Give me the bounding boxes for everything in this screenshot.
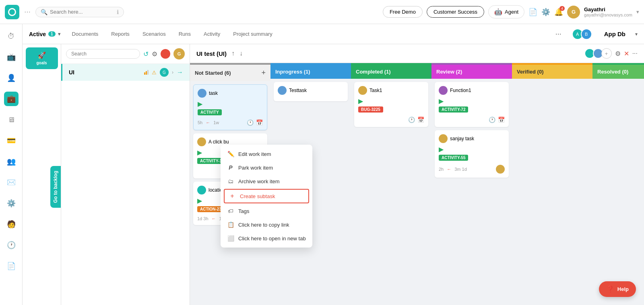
tag-icon: 🏷: [227, 208, 234, 214]
col-header-not-started: Not Started (6) +: [190, 63, 270, 81]
download-icon[interactable]: ↓: [239, 50, 243, 57]
notification-icon[interactable]: 🔔 4: [554, 8, 563, 16]
project-user-avatar: G: [160, 68, 169, 77]
goals-icon: 🚀: [38, 51, 46, 59]
board-filter-icon[interactable]: ⚙: [615, 50, 621, 57]
col-body-review: Function1 ▶ ACTIVITY-72 🕐 📅: [431, 79, 512, 305]
sub-nav: Active 1 ▾ Documents Reports Scenarios R…: [23, 24, 644, 44]
subnav-project-summary[interactable]: Project summary: [231, 31, 274, 37]
card-play-click-bu[interactable]: ▶: [197, 149, 202, 156]
card-title-task: task: [209, 90, 263, 96]
sidebar-icon-user[interactable]: 👤: [4, 71, 19, 85]
free-demo-button[interactable]: Free Demo: [383, 6, 423, 18]
work-card-task[interactable]: task ▶ ACTIVITY 5h ← 1w: [193, 84, 267, 130]
work-card-testtask[interactable]: Testtask: [274, 82, 348, 101]
subnav-more-icon[interactable]: ···: [555, 30, 561, 38]
agent-button[interactable]: 🤖 Agent: [488, 5, 524, 18]
card-play-function1[interactable]: ▶: [439, 98, 444, 104]
toolbar-icons: ↺ ⚙ G: [143, 48, 185, 59]
ctx-edit-work-item[interactable]: ✏️ Edit work item: [221, 147, 312, 161]
col-label-not-started: Not Started (6): [195, 70, 231, 76]
panel-goals-button[interactable]: 🚀 goals: [26, 47, 58, 69]
column-completed: Completed (1) Task1 ▶ BUG-3225: [351, 63, 431, 305]
ctx-copy-link[interactable]: 📋 Click here to copy link: [221, 218, 312, 231]
ctx-create-subtask[interactable]: + Create subtask: [224, 189, 309, 203]
card-play-location[interactable]: ▶: [197, 197, 202, 204]
card-title-task1: Task1: [369, 88, 424, 93]
board-avatars: +: [584, 48, 612, 59]
clock-icon: 🕐: [247, 119, 254, 126]
board-header: UI test (UI) ↑ ↓ + ⚙ ✕ ···: [190, 44, 644, 63]
work-card-task1[interactable]: Task1 ▶ BUG-3225 🕐 📅: [354, 82, 428, 127]
content-area: Active 1 ▾ Documents Reports Scenarios R…: [23, 24, 644, 305]
card-review-avatar: [496, 165, 505, 174]
sidebar-icon-docs[interactable]: 📄: [4, 259, 19, 273]
card-play-task[interactable]: ▶: [198, 100, 202, 107]
subnav-documents[interactable]: Documents: [70, 31, 100, 37]
upload-icon[interactable]: ↑: [231, 50, 235, 57]
sidebar-icon-settings[interactable]: ⚙️: [4, 196, 19, 211]
board-avatar-add[interactable]: +: [601, 48, 612, 59]
work-card-function1[interactable]: Function1 ▶ ACTIVITY-72 🕐 📅: [435, 82, 509, 127]
sidebar-icon-history[interactable]: 🕐: [4, 238, 19, 252]
info-icon[interactable]: ℹ: [117, 9, 119, 15]
card-badge-function1: ACTIVITY-72: [439, 105, 505, 114]
ctx-park-work-item[interactable]: P Park work item: [221, 161, 312, 174]
sidebar-icon-tv[interactable]: 📺: [4, 50, 19, 64]
sidebar-icon-desktop[interactable]: 🖥: [4, 113, 19, 127]
new-tab-icon: ⬜: [227, 235, 234, 242]
go-to-backlog-button[interactable]: Go to backlog: [50, 166, 61, 208]
sidebar-icon-clock[interactable]: ⏱: [4, 29, 19, 43]
card-badge-task1: BUG-3225: [358, 105, 424, 114]
app-logo[interactable]: [5, 5, 19, 19]
user-dropdown-icon[interactable]: ▾: [636, 9, 639, 15]
settings-icon[interactable]: ⚙️: [541, 8, 550, 16]
navbar: ⋯ 🔍 ℹ Free Demo Customer Success 🤖 Agent…: [0, 0, 644, 24]
project-avatars: A B: [574, 29, 592, 40]
subnav-scenarios[interactable]: Scenarios: [141, 31, 167, 37]
expand-icon[interactable]: ⋯: [24, 8, 31, 16]
calendar-icon-3: 📅: [417, 117, 424, 123]
sidebar-icon-team[interactable]: 👥: [4, 154, 19, 169]
card-title-sanjay: sanjay task: [450, 136, 505, 141]
card-play-task1[interactable]: ▶: [358, 98, 363, 104]
notification-badge: 4: [559, 6, 565, 11]
customer-success-button[interactable]: Customer Success: [427, 6, 484, 18]
project-list-item[interactable]: UI ⚠ G › →: [61, 64, 190, 81]
ctx-open-new-tab[interactable]: ⬜ Click here to open in new tab: [221, 231, 312, 245]
avatar[interactable]: G: [567, 6, 580, 18]
filter-icon[interactable]: ⚙: [152, 50, 157, 58]
col-header-verified: Verified (0): [512, 63, 592, 79]
subnav-runs[interactable]: Runs: [177, 31, 192, 37]
sidebar-icon-profile[interactable]: 🧑: [4, 217, 19, 231]
refresh-icon[interactable]: ↺: [143, 50, 149, 58]
main-layout: ⏱ 📺 👤 💼 🖥 💳 👥 ✉️ ⚙️ 🧑 🕐 📄 Active 1 ▾ Doc…: [0, 24, 644, 305]
subnav-activity[interactable]: Activity: [202, 31, 222, 37]
search-input[interactable]: [50, 9, 114, 15]
active-dropdown-icon[interactable]: ▾: [58, 31, 61, 37]
sidebar-icon-mail[interactable]: ✉️: [4, 175, 19, 190]
subnav-reports[interactable]: Reports: [109, 31, 131, 37]
sidebar-icon-billing[interactable]: 💳: [4, 133, 19, 148]
user-avatar-small[interactable]: G: [173, 48, 185, 59]
sidebar-icon-briefcase[interactable]: 💼: [4, 92, 19, 106]
board-more-options-icon[interactable]: ···: [632, 50, 638, 57]
project-sidebar-header: ↺ ⚙ G: [61, 44, 190, 64]
work-card-sanjay[interactable]: sanjay task ▶ ACTIVITY-55 2h ← 3m 1d: [435, 130, 509, 178]
document-icon[interactable]: 📄: [528, 8, 537, 16]
card-play-sanjay[interactable]: ▶: [439, 146, 444, 153]
col-add-not-started[interactable]: +: [261, 69, 266, 77]
project-dropdown-icon[interactable]: ▾: [635, 31, 638, 37]
search-box: 🔍 ℹ: [35, 7, 124, 17]
red-indicator: [161, 49, 170, 59]
col-label-resolved: Resolved (0): [597, 69, 628, 75]
project-sidebar: ↺ ⚙ G UI ⚠ G: [61, 44, 190, 305]
help-button[interactable]: ❓ Help: [599, 281, 636, 297]
project-nav-icon[interactable]: →: [177, 69, 183, 76]
ctx-archive-work-item[interactable]: 🗂 Archive work item: [221, 174, 312, 188]
board-filter-clear-icon[interactable]: ✕: [624, 50, 629, 57]
ctx-tags[interactable]: 🏷 Tags: [221, 204, 312, 218]
project-search-input[interactable]: [66, 49, 140, 59]
card-avatar-task: [198, 89, 206, 98]
card-title-click-bu: A click bu: [208, 139, 263, 145]
